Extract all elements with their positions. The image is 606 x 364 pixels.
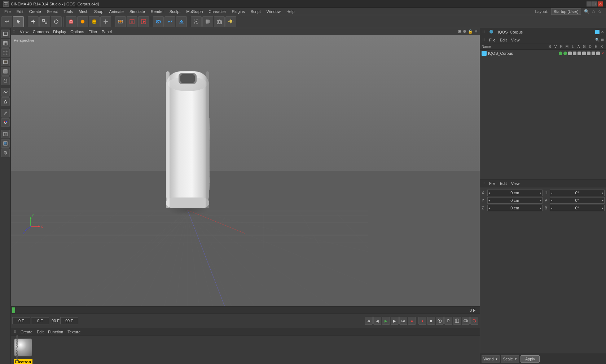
p-rot-field[interactable]: ◂ 0° ▸ [550,197,605,204]
viewport-expand-icon[interactable]: ⊞ [458,29,461,34]
viewport-settings-icon[interactable]: ⚙ [463,29,466,34]
undo-button[interactable]: ↩ [1,16,12,27]
menu-edit[interactable]: Edit [14,8,26,15]
object-tree-item-iqos[interactable]: IQOS_Corpus ✕ [480,50,606,57]
terrain-button[interactable] [1,130,10,138]
obj-toggle-v[interactable] [563,52,567,55]
mat-menu-edit[interactable]: Edit [37,330,44,334]
menu-select[interactable]: Select [44,8,61,15]
render-region-button[interactable] [127,16,137,27]
search-icon[interactable]: 🔍 [584,9,589,14]
menu-sculpt[interactable]: Sculpt [167,8,184,15]
polygon-mode-button[interactable] [1,67,10,76]
playback-mode4[interactable]: P [444,317,452,325]
obj-toggle-r[interactable] [568,52,572,55]
attr-menu-edit[interactable]: Edit [500,181,507,186]
model-mode-button[interactable] [1,30,10,38]
viewport-menu-filter[interactable]: Filter [88,30,97,34]
p-rot-down-arrow[interactable]: ◂ [550,199,553,202]
menu-simulate[interactable]: Simulate [127,8,148,15]
play-button[interactable]: ▶ [382,317,390,325]
timeline-button[interactable] [115,16,126,27]
obj-toggle-s[interactable] [559,52,562,55]
playback-mode7[interactable] [470,317,478,325]
apply-button[interactable]: Apply [521,355,540,363]
attr-menu-view[interactable]: View [511,181,520,186]
omgr-tags-icon[interactable]: ⊞ [601,38,604,42]
menu-file[interactable]: File [1,8,14,15]
menu-mograph[interactable]: MoGraph [183,8,206,15]
render-button[interactable] [138,16,149,27]
x-pos-down-arrow[interactable]: ◂ [488,191,491,195]
b-rot-up-arrow[interactable]: ▸ [601,207,604,210]
texture-mode-button[interactable] [1,39,10,48]
home-icon[interactable]: ⌂ [592,9,595,14]
camera-button[interactable] [214,16,225,27]
record-button[interactable]: ● [408,317,416,325]
edge-mode-button[interactable] [1,58,10,66]
obj-toggle-a[interactable] [582,52,586,55]
viewport-menu-panel[interactable]: Panel [102,30,112,34]
menu-window[interactable]: Window [264,8,284,15]
snap-button[interactable] [191,16,202,27]
y-pos-down-arrow[interactable]: ◂ [488,199,491,202]
menu-plugins[interactable]: Plugins [229,8,248,15]
last-frame-button[interactable]: ⏭ [399,317,407,325]
omgr-search-icon[interactable]: 🔍 [595,38,600,42]
close-button[interactable]: ✕ [598,1,603,6]
world-dropdown[interactable]: World ▼ [482,355,500,363]
viewport-menu-display[interactable]: Display [53,30,66,34]
obj-toggle-e[interactable] [596,52,600,55]
playback-mode2[interactable]: ⏺ [427,317,435,325]
b-rot-down-arrow[interactable]: ◂ [550,207,553,210]
viewport-close-icon[interactable]: ✕ [474,29,478,34]
h-rot-down-arrow[interactable]: ◂ [550,191,553,195]
sphere-button[interactable] [77,16,88,27]
obj-toggle-m[interactable] [573,52,576,55]
layout-dropdown[interactable]: Startup (User) [551,8,581,15]
sculpt-button[interactable] [1,148,10,157]
z-pos-down-arrow[interactable]: ◂ [488,207,491,210]
menu-help[interactable]: Help [284,8,298,15]
y-pos-up-arrow[interactable]: ▸ [539,199,542,202]
obj-toggle-x[interactable]: ✕ [601,52,605,55]
minimize-button[interactable]: ─ [587,1,592,6]
omgr-menu-edit[interactable]: Edit [500,38,507,42]
max-frame-input[interactable] [60,317,78,324]
z-pos-up-arrow[interactable]: ▸ [539,207,542,210]
playback-mode6[interactable] [462,317,470,325]
mat-menu-texture[interactable]: Texture [67,330,80,334]
x-pos-field[interactable]: ◂ 0 cm ▸ [487,190,543,196]
vertex-mode-button[interactable] [1,48,10,57]
pen-tool-button[interactable] [1,109,10,117]
boole-button[interactable] [153,16,164,27]
viewport-3d[interactable]: X Y Z Perspective [11,35,480,306]
obj-close-icon[interactable]: ✕ [601,30,604,34]
paint-button[interactable] [1,139,10,148]
prev-frame-button[interactable]: ◀ [373,317,381,325]
next-frame-button[interactable]: ▶ [391,317,399,325]
deformer-button[interactable] [176,16,187,27]
cube-button[interactable] [66,16,76,27]
keyframe-input[interactable] [31,317,49,324]
attr-menu-file[interactable]: File [489,181,496,186]
y-pos-field[interactable]: ◂ 0 cm ▸ [487,197,543,204]
first-frame-button[interactable]: ⏮ [365,317,373,325]
menu-create[interactable]: Create [26,8,44,15]
menu-animate[interactable]: Animate [106,8,127,15]
current-frame-input[interactable] [12,317,30,324]
object-mode-button[interactable] [1,76,10,85]
z-pos-field[interactable]: ◂ 0 cm ▸ [487,205,543,211]
mat-menu-function[interactable]: Function [48,330,63,334]
mat-menu-create[interactable]: Create [21,330,32,334]
playback-mode1[interactable]: ● [418,317,426,325]
select-button[interactable] [13,16,24,27]
menu-character[interactable]: Character [206,8,229,15]
null-button[interactable] [100,16,111,27]
viewport-menu-options[interactable]: Options [70,30,84,34]
h-rot-up-arrow[interactable]: ▸ [601,191,604,195]
obj-toggle-g[interactable] [587,52,590,55]
menu-render[interactable]: Render [148,8,167,15]
magnet-button[interactable] [1,118,10,127]
menu-mesh[interactable]: Mesh [76,8,91,15]
